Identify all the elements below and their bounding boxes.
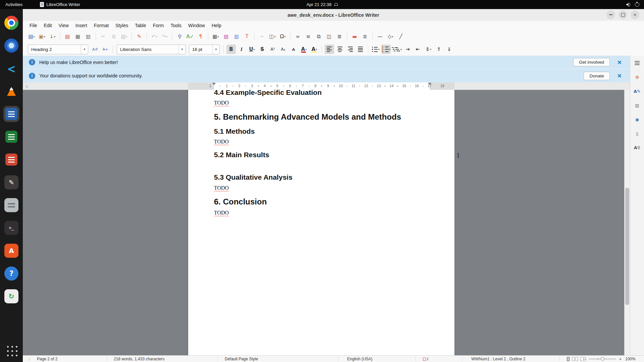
paragraph[interactable]: TODO — [214, 138, 229, 145]
menu-file[interactable]: File — [26, 21, 41, 30]
subscript-button[interactable]: A₂ — [278, 45, 288, 54]
restore-button[interactable] — [619, 10, 627, 19]
update-style-button[interactable]: A↺ — [90, 45, 100, 54]
zoom-handle[interactable] — [601, 357, 604, 361]
dropdown-arrow-icon[interactable]: ▾ — [212, 45, 219, 54]
dropdown-arrow-icon[interactable]: ▾ — [81, 45, 88, 54]
window-titlebar[interactable]: awe_desk_env.docx - LibreOffice Writer × — [23, 9, 644, 21]
underline-button[interactable]: U▾ — [247, 45, 257, 54]
focused-app-menu[interactable]: LibreOffice Writer — [40, 2, 80, 7]
gallery-icon[interactable]: ▨ — [633, 101, 642, 110]
page-number-status[interactable]: Page 2 of 2 — [37, 356, 57, 362]
scrollbar-thumb[interactable] — [625, 188, 629, 305]
cut-button[interactable]: ✂ — [99, 32, 108, 41]
language-status[interactable]: English (USA) — [347, 356, 372, 362]
page-icon[interactable]: ▯ — [633, 129, 642, 138]
word-count-status[interactable]: 218 words, 1,433 characters — [114, 356, 164, 362]
clock-menu[interactable]: Apr 21 22:38 — [0, 0, 644, 9]
line-spacing-button[interactable]: ⇕▾ — [424, 45, 433, 54]
multi-page-view-button[interactable] — [572, 357, 578, 361]
italic-button[interactable]: I — [237, 45, 246, 54]
insert-hyperlink-button[interactable]: ∞ — [293, 32, 303, 41]
align-left-button[interactable] — [325, 45, 334, 54]
strikethrough-button[interactable]: S — [258, 45, 267, 54]
redo-button[interactable]: ↷▾ — [160, 32, 169, 41]
paste-button[interactable]: ▧▾ — [119, 32, 129, 41]
heading[interactable]: 5.3 Qualitative Analysis — [214, 173, 429, 182]
draw-line-button[interactable]: ╱ — [396, 32, 406, 41]
infobar-close-icon[interactable]: × — [615, 71, 624, 80]
software-store-icon[interactable]: A — [3, 243, 19, 259]
insert-table-button[interactable]: ▦▾ — [211, 32, 220, 41]
dropdown-arrow-icon[interactable]: ▾ — [178, 45, 185, 54]
ordered-list-button[interactable]: 1.2.3.▾ — [381, 45, 391, 54]
style-inspector-icon[interactable]: A⚲ — [633, 143, 642, 152]
font-size-combobox[interactable]: 16 pt▾ — [189, 45, 220, 54]
trash-icon[interactable]: ↻ — [3, 288, 19, 304]
menu-tools[interactable]: Tools — [167, 21, 185, 30]
activities-button[interactable]: Activities — [0, 0, 28, 9]
spelling-button[interactable]: A✓ — [185, 32, 195, 41]
decrease-indent-button[interactable]: ⇤ — [413, 45, 423, 54]
infobar-close-icon[interactable]: × — [615, 58, 624, 67]
horizontal-line-button[interactable]: — — [375, 32, 385, 41]
empty-paragraph[interactable] — [214, 159, 429, 168]
decrease-paragraph-spacing-button[interactable]: ⇓ — [444, 45, 454, 54]
paragraph[interactable]: TODO — [214, 185, 229, 192]
zoom-out-button[interactable]: − — [583, 356, 586, 362]
new-style-button[interactable]: A+ — [101, 45, 110, 54]
heading[interactable]: 6. Conclusion — [214, 197, 429, 207]
font-color-button[interactable]: A▾ — [299, 45, 309, 54]
gimp-icon[interactable]: ✎ — [3, 174, 19, 190]
horizontal-ruler[interactable]: ∟ 1123456789101112131415161718 — [23, 82, 630, 90]
insert-page-break-button[interactable]: ┄ — [257, 32, 267, 41]
menu-insert[interactable]: Insert — [72, 21, 91, 30]
highlight-color-button[interactable]: A▾ — [310, 45, 319, 54]
basic-shapes-button[interactable]: ◇▾ — [386, 32, 395, 41]
paragraph[interactable]: TODO — [214, 209, 229, 217]
insert-endnote-button[interactable]: ⧉ — [314, 32, 323, 41]
terminal-icon[interactable]: >_ — [3, 220, 19, 236]
zoom-in-button[interactable]: + — [619, 356, 622, 362]
zoom-percent-status[interactable]: 100% — [625, 356, 636, 362]
align-center-button[interactable] — [335, 45, 344, 54]
copy-button[interactable]: ⧉ — [109, 32, 118, 41]
paragraph[interactable]: TODO — [214, 100, 229, 107]
menu-help[interactable]: Help — [208, 21, 225, 30]
get-involved-button[interactable]: Get involved — [573, 58, 610, 66]
zoom-track[interactable] — [589, 359, 616, 359]
single-page-view-button[interactable] — [567, 357, 570, 361]
chrome-icon[interactable] — [3, 15, 19, 31]
open-file-button[interactable]: ▣▾ — [37, 32, 47, 41]
files-icon[interactable] — [3, 197, 19, 213]
align-justified-button[interactable] — [356, 45, 365, 54]
document-canvas[interactable]: 4.4 Example-Specific EvaluationTODO5. Be… — [23, 90, 630, 355]
vlc-icon[interactable] — [3, 83, 19, 99]
find-replace-button[interactable]: ⚲ — [175, 32, 184, 41]
properties-icon[interactable]: ⚙ — [633, 72, 642, 82]
menu-table[interactable]: Table — [131, 21, 149, 30]
save-status-icon[interactable]: ↓ — [28, 356, 30, 362]
insert-bookmark-button[interactable]: ◫ — [324, 32, 334, 41]
tab-stop-selector[interactable]: ∟ — [25, 84, 29, 88]
impress-icon[interactable] — [3, 152, 19, 168]
export-pdf-button[interactable]: ▤ — [63, 32, 72, 41]
track-changes-button[interactable]: ≣ — [360, 32, 370, 41]
menu-form[interactable]: Form — [150, 21, 167, 30]
outline-list-button[interactable]: ▾ — [392, 45, 402, 54]
page-style-status[interactable]: Default Page Style — [225, 356, 258, 362]
print-button[interactable]: ▦ — [73, 32, 83, 41]
insert-comment-button[interactable]: ▬ — [350, 32, 359, 41]
increase-paragraph-spacing-button[interactable]: ⇑ — [434, 45, 443, 54]
insert-image-button[interactable]: ▨ — [221, 32, 231, 41]
system-tray[interactable] — [626, 2, 644, 7]
insert-special-character-button[interactable]: Ω▾ — [278, 32, 287, 41]
clone-formatting-button[interactable]: ✎ — [135, 32, 144, 41]
donate-button[interactable]: Donate — [584, 72, 610, 80]
superscript-button[interactable]: A² — [268, 45, 277, 54]
close-button[interactable]: × — [631, 10, 639, 19]
vscode-icon[interactable]: < — [3, 60, 19, 76]
navigator-icon[interactable]: ◉ — [633, 115, 642, 124]
minimize-button[interactable] — [606, 10, 615, 19]
print-preview-button[interactable]: ▥ — [84, 32, 93, 41]
